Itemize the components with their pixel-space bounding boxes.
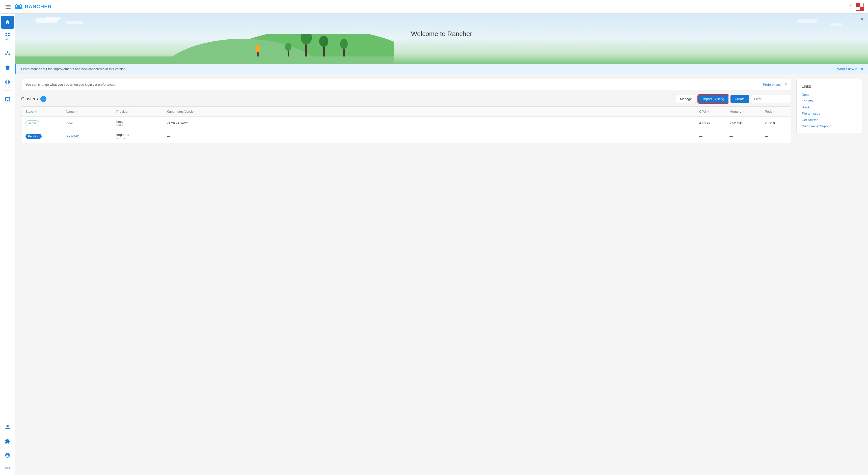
link-commercial-support[interactable]: Commercial Support xyxy=(802,124,857,128)
row-local-provider: Local RKE2 xyxy=(112,117,163,130)
whats-new-link[interactable]: What's new in 2.8 xyxy=(837,67,863,71)
name-sort-icon[interactable]: ⇅ xyxy=(76,110,78,113)
row-rke2-provider: Imported Imported xyxy=(112,130,163,143)
table-row: Pending rke2-2-81 Imported Imported — xyxy=(22,130,791,143)
landscape-illustration xyxy=(15,34,394,64)
content-area: Welcome to Rancher ✕ xyxy=(15,13,868,475)
more-options-button[interactable]: ⋮ xyxy=(848,4,853,10)
sidebar-item-storage[interactable] xyxy=(1,93,14,106)
pref-bar-right: Preferences × xyxy=(763,82,787,87)
user-avatar[interactable] xyxy=(856,3,864,11)
sidebar-item-anchor[interactable] xyxy=(1,47,14,60)
svg-point-6 xyxy=(20,5,21,6)
pref-bar-text: You can change what you see when you log… xyxy=(26,83,115,87)
pref-close-button[interactable]: × xyxy=(785,82,787,87)
svg-rect-20 xyxy=(15,57,394,64)
svg-rect-8 xyxy=(860,7,864,10)
home-icon xyxy=(5,20,10,25)
col-header-pods: Pods ⇅ xyxy=(761,107,791,116)
page-main: You can change what you see when you log… xyxy=(21,79,791,143)
welcome-banner: Welcome to Rancher ✕ xyxy=(15,13,868,64)
status-badge: Pending xyxy=(26,134,42,139)
row-rke2-provider-text: Imported xyxy=(116,133,129,137)
col-header-name: Name ⇅ xyxy=(62,107,112,116)
row-local-name[interactable]: local xyxy=(62,117,112,130)
svg-rect-10 xyxy=(857,7,860,10)
svg-point-26 xyxy=(285,43,291,51)
clusters-filter-input[interactable] xyxy=(751,95,791,103)
links-panel-title: Links xyxy=(802,84,857,89)
col-header-memory: Memory ⇅ xyxy=(725,107,761,116)
info-bar-text: Learn more about the improvements and ne… xyxy=(21,67,126,71)
sidebar-cluster-label: R22 xyxy=(5,38,9,41)
preferences-link[interactable]: Preferences xyxy=(763,83,781,87)
state-sort-icon[interactable]: ⇅ xyxy=(34,110,36,113)
provider-sort-icon[interactable]: ⇅ xyxy=(129,110,131,113)
svg-rect-11 xyxy=(5,33,7,34)
cluster-rke2-link[interactable]: rke2-2-81 xyxy=(66,134,80,138)
pods-sort-icon[interactable]: ⇅ xyxy=(773,110,775,113)
clusters-header: Clusters 2 Manage Import Existing Create xyxy=(21,95,791,103)
info-bar: Learn more about the improvements and ne… xyxy=(15,64,868,74)
rancher-logo-icon xyxy=(14,3,23,11)
col-header-state: State ⇅ xyxy=(22,107,62,116)
anchor-icon xyxy=(5,51,10,57)
sidebar-item-globe[interactable] xyxy=(1,449,14,462)
row-local-pods: 26/110 xyxy=(761,117,791,130)
row-rke2-provider-sub: Imported xyxy=(116,137,129,140)
globe-icon xyxy=(5,452,10,458)
clusters-title: Clusters xyxy=(21,96,38,102)
svg-point-5 xyxy=(17,5,18,6)
cpu-sort-icon[interactable]: ⇅ xyxy=(707,110,709,113)
sidebar-item-network[interactable] xyxy=(1,75,14,89)
page-content: You can change what you see when you log… xyxy=(15,74,868,148)
row-rke2-cpu: — xyxy=(695,130,725,143)
sidebar-item-layers[interactable] xyxy=(1,61,14,74)
col-header-k8s: Kubernetes Version xyxy=(163,107,695,116)
table-header: State ⇅ Name ⇅ Provider ⇅ Kubernetes V xyxy=(22,107,791,117)
row-local-k8s: v1.26.9+rke2r1 xyxy=(163,117,695,130)
cluster-local-link[interactable]: local xyxy=(66,121,73,125)
svg-rect-9 xyxy=(860,3,864,7)
svg-rect-13 xyxy=(5,35,7,36)
banner-close-button[interactable]: ✕ xyxy=(860,16,864,22)
row-rke2-k8s: — xyxy=(163,130,695,143)
manage-button[interactable]: Manage xyxy=(676,95,696,103)
svg-point-24 xyxy=(319,36,328,47)
row-rke2-name[interactable]: rke2-2-81 xyxy=(62,130,112,143)
link-get-started[interactable]: Get Started xyxy=(802,118,857,122)
puzzle-icon xyxy=(5,438,10,444)
cloud-2 xyxy=(45,16,61,20)
memory-sort-icon[interactable]: ⇅ xyxy=(742,110,744,113)
sidebar-divider-1 xyxy=(2,45,12,45)
create-button[interactable]: Create xyxy=(731,95,749,103)
links-list: Docs Forums Slack File an Issue Get Star… xyxy=(802,93,857,128)
col-header-cpu: CPU ⇅ xyxy=(695,107,725,116)
sidebar-item-cluster[interactable]: R22 xyxy=(1,30,14,43)
clusters-actions: Manage Import Existing Create xyxy=(676,95,791,103)
clusters-count-badge: 2 xyxy=(40,96,46,102)
import-existing-button[interactable]: Import Existing xyxy=(698,95,728,103)
topbar-right: ⋮ xyxy=(848,3,864,11)
sidebar-item-home[interactable] xyxy=(1,15,14,29)
clusters-table: State ⇅ Name ⇅ Provider ⇅ Kubernetes V xyxy=(21,106,791,143)
sidebar-about-label: About xyxy=(4,467,10,469)
link-slack[interactable]: Slack xyxy=(802,105,857,109)
topbar-left: RANCHER xyxy=(4,3,848,11)
row-local-provider-text: Local xyxy=(116,120,124,124)
topbar-logo-text: RANCHER xyxy=(25,4,52,9)
sidebar-item-user[interactable] xyxy=(1,420,14,434)
sidebar-divider-2 xyxy=(2,91,12,91)
svg-rect-12 xyxy=(7,33,9,34)
links-panel-container: Links Docs Forums Slack File an Issue Ge… xyxy=(796,79,862,143)
sidebar-item-extensions[interactable] xyxy=(1,435,14,448)
link-docs[interactable]: Docs xyxy=(802,93,857,97)
row-rke2-memory: — xyxy=(725,130,761,143)
menu-button[interactable] xyxy=(4,3,12,10)
cloud-4 xyxy=(797,19,817,23)
svg-point-30 xyxy=(255,45,260,52)
inbox-icon xyxy=(5,97,10,102)
sidebar-item-about[interactable]: About xyxy=(1,463,14,473)
link-file-issue[interactable]: File an Issue xyxy=(802,112,857,115)
link-forums[interactable]: Forums xyxy=(802,99,857,103)
